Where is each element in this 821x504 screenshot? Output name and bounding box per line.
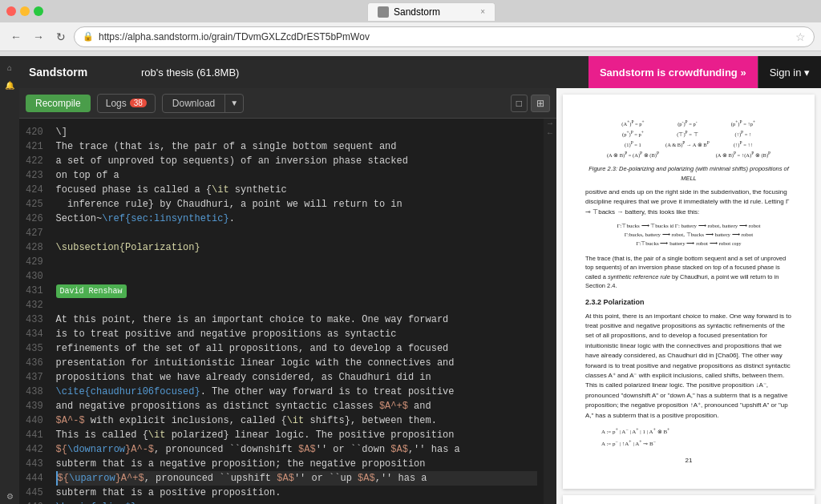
- code-line: The trace (that is, the pair of a single…: [56, 139, 537, 154]
- code-line: \subsection{Polarization}: [56, 240, 537, 255]
- preview-para2: At this point, there is an important cho…: [585, 312, 792, 421]
- code-line: a set of unproved top sequents) of an in…: [56, 154, 537, 168]
- browser-tab[interactable]: Sandstorm ×: [367, 2, 495, 21]
- nav-bar: ← → ↻ 🔒 https://alpha.sandstorm.io/grain…: [0, 22, 821, 51]
- code-line: \cite{chaudhuri06focused}. The other way…: [56, 385, 537, 399]
- code-line: propositions that we have already consid…: [56, 370, 537, 385]
- maximize-button[interactable]: [34, 6, 43, 16]
- logs-label: Logs: [106, 98, 127, 109]
- view-single-button[interactable]: □: [511, 95, 528, 112]
- tab-favicon: [378, 6, 389, 18]
- minimize-button[interactable]: [20, 6, 30, 16]
- code-line: [56, 298, 537, 312]
- preview-page-2: (p+)° = ↑p+(↑)° = ↑(↑)° = ↑↑(A ⊗ B)° = ↑…: [563, 495, 815, 504]
- code-line: \]: [56, 125, 537, 139]
- tab-label: Sandstorm: [394, 6, 440, 18]
- code-line: ${\uparrow}A^+$, pronounced ``upshift $A…: [56, 471, 537, 486]
- address-bar[interactable]: 🔒 https://alpha.sandstorm.io/grain/TDvmG…: [74, 26, 815, 47]
- code-line: subterm that is a positive proposition.: [56, 486, 537, 500]
- preview-scroll[interactable]: (A+)P = p+(p+)P = p+(1)P = 1(A ⊗ B)P = (…: [556, 88, 821, 504]
- sandstorm-logo: Sandstorm: [19, 56, 131, 88]
- preview-page-1: (A+)P = p+(p+)P = p+(1)P = 1(A ⊗ B)P = (…: [563, 95, 815, 489]
- view-split-button[interactable]: ⊞: [531, 95, 550, 112]
- tab-close-icon[interactable]: ×: [480, 7, 485, 16]
- code-line: [56, 255, 537, 269]
- code-editor[interactable]: 420 421 422 423 424 425 426 427 428 429 …: [19, 119, 556, 504]
- preview-trace-text: The trace (that is, the pair of a single…: [585, 254, 792, 292]
- preview-math-align: A := p+ | A− | A+ | 1 | A+ ⊗ B+ A := p− …: [585, 425, 792, 450]
- sign-in-button[interactable]: Sign in ▾: [758, 56, 821, 88]
- download-chevron-icon[interactable]: ▼: [224, 95, 243, 112]
- title-bar: Sandstorm ×: [0, 0, 821, 22]
- download-button[interactable]: Download: [163, 95, 224, 112]
- code-line: presentation for intuitionistic linear l…: [56, 356, 537, 370]
- preview-section-title: 2.3.2 Polarization: [585, 297, 792, 308]
- crowdfunding-banner[interactable]: Sandstorm is crowdfunding »: [588, 56, 758, 88]
- code-line: This is called {\it polarized} linear lo…: [56, 428, 537, 442]
- code-line: focused phase is called a {\it synthetic: [56, 183, 537, 197]
- author-badge: David Renshaw: [56, 284, 127, 298]
- sidebar: ⌂ 🔔 ⚙: [0, 56, 19, 504]
- main-area: Recompile Logs 38 Download ▼ □ ⊞ 420 421…: [19, 88, 821, 504]
- code-line: $A^-$ with explicit inclusions, called {…: [56, 413, 537, 428]
- code-line: inference rule} by Chaudhuri, a point we…: [56, 197, 537, 212]
- code-line: \begin{align*}: [56, 500, 537, 504]
- editor-toolbar: Recompile Logs 38 Download ▼ □ ⊞: [19, 88, 556, 119]
- code-line: subterm that is a negative proposition; …: [56, 457, 537, 471]
- app-container: Sandstorm rob's thesis (61.8MB) Sandstor…: [0, 56, 821, 504]
- preview-para1: positive and ends up on the right side i…: [585, 187, 792, 217]
- scroll-indicator: → ←: [544, 119, 556, 504]
- preview-page-number: 21: [585, 456, 792, 466]
- code-line: Section~\ref{sec:linsynthetic}.: [56, 212, 537, 226]
- editor-area: Recompile Logs 38 Download ▼ □ ⊞ 420 421…: [19, 88, 556, 504]
- logs-badge: 38: [130, 99, 147, 107]
- back-button[interactable]: ←: [6, 27, 26, 46]
- address-text: https://alpha.sandstorm.io/grain/TDvmGXL…: [99, 31, 791, 42]
- code-line: and negative propositions as distinct sy…: [56, 399, 537, 413]
- code-line: on top of a: [56, 168, 537, 183]
- logs-button[interactable]: Logs 38: [97, 94, 156, 113]
- browser-chrome: Sandstorm × ← → ↻ 🔒 https://alpha.sandst…: [0, 0, 821, 56]
- close-button[interactable]: [6, 6, 16, 16]
- scroll-right-icon: →: [548, 120, 552, 128]
- download-group: Download ▼: [162, 94, 244, 113]
- logo-text: Sandstorm: [29, 66, 87, 79]
- view-buttons: □ ⊞: [511, 95, 550, 112]
- code-content[interactable]: \]The trace (that is, the pair of a sing…: [50, 119, 544, 504]
- code-line: is to treat positive and negative propos…: [56, 327, 537, 341]
- sidebar-icon-bell[interactable]: 🔔: [2, 77, 18, 93]
- grain-title: rob's thesis (61.8MB): [131, 67, 249, 79]
- lock-icon: 🔒: [83, 31, 94, 42]
- recompile-button[interactable]: Recompile: [26, 95, 91, 112]
- preview-math-battery: Γ:⊤bucks ⟶ ⊤bucks id Γ: battery ⟶ robot,…: [585, 222, 792, 249]
- bookmark-icon[interactable]: ☆: [795, 30, 806, 43]
- scroll-left-icon: ←: [548, 130, 552, 138]
- code-line: [56, 226, 537, 240]
- sign-in-label: Sign in ▾: [770, 67, 810, 79]
- sidebar-icon-home[interactable]: ⌂: [2, 59, 18, 75]
- code-line: At this point, there is an important cho…: [56, 312, 537, 327]
- code-line: [56, 269, 537, 284]
- code-line: refinements of the set of all propositio…: [56, 341, 537, 356]
- crowdfunding-text: Sandstorm is crowdfunding »: [600, 67, 746, 79]
- preview-math-formulas: (A+)P = p+(p+)P = p+(1)P = 1(A ⊗ B)P = (…: [585, 119, 792, 159]
- forward-button[interactable]: →: [29, 27, 48, 46]
- sidebar-icon-gear[interactable]: ⚙: [2, 488, 18, 504]
- code-line: ${\downarrow}A^-$, pronounced ``downshif…: [56, 442, 537, 457]
- preview-pane: (A+)P = p+(p+)P = p+(1)P = 1(A ⊗ B)P = (…: [556, 88, 821, 504]
- refresh-button[interactable]: ↻: [51, 27, 71, 46]
- traffic-lights: [6, 6, 43, 16]
- app-header: Sandstorm rob's thesis (61.8MB) Sandstor…: [19, 56, 821, 88]
- line-numbers: 420 421 422 423 424 425 426 427 428 429 …: [19, 119, 50, 504]
- figure-caption: Figure 2.3: De-polarizing and polarizing…: [585, 164, 792, 183]
